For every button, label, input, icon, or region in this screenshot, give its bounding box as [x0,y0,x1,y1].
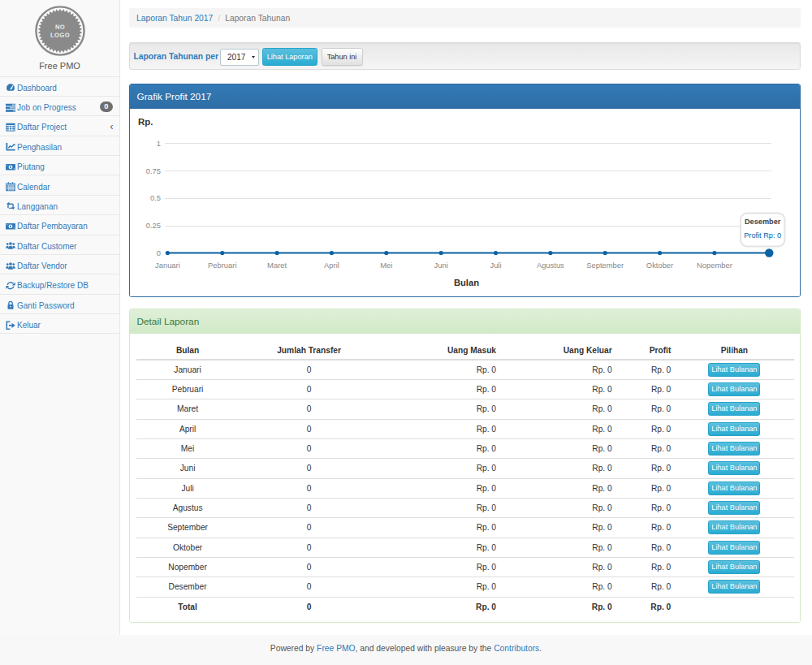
svg-text:Juli: Juli [490,261,501,270]
svg-text:September: September [586,261,624,270]
svg-text:LOGO: LOGO [50,32,70,39]
svg-text:Januari: Januari [155,261,180,270]
svg-text:Agustus: Agustus [536,261,564,270]
svg-text:April: April [324,261,339,270]
svg-text:Rp.: Rp. [138,116,153,126]
svg-text:NO: NO [54,24,64,31]
svg-text:Nopember: Nopember [697,261,732,270]
svg-text:Juni: Juni [434,261,447,270]
svg-text:Bulan: Bulan [453,277,478,287]
svg-text:0.5: 0.5 [149,193,160,202]
svg-text:Mei: Mei [380,261,392,270]
svg-text:Maret: Maret [267,261,287,270]
svg-text:0: 0 [156,248,160,257]
svg-text:0.25: 0.25 [145,221,160,230]
svg-text:Profit Rp: 0: Profit Rp: 0 [744,231,781,239]
svg-text:Desember: Desember [744,218,780,226]
svg-text:1: 1 [156,138,160,147]
svg-text:0.75: 0.75 [145,166,160,175]
svg-text:Oktober: Oktober [646,261,672,270]
svg-text:Pebruari: Pebruari [208,261,236,270]
